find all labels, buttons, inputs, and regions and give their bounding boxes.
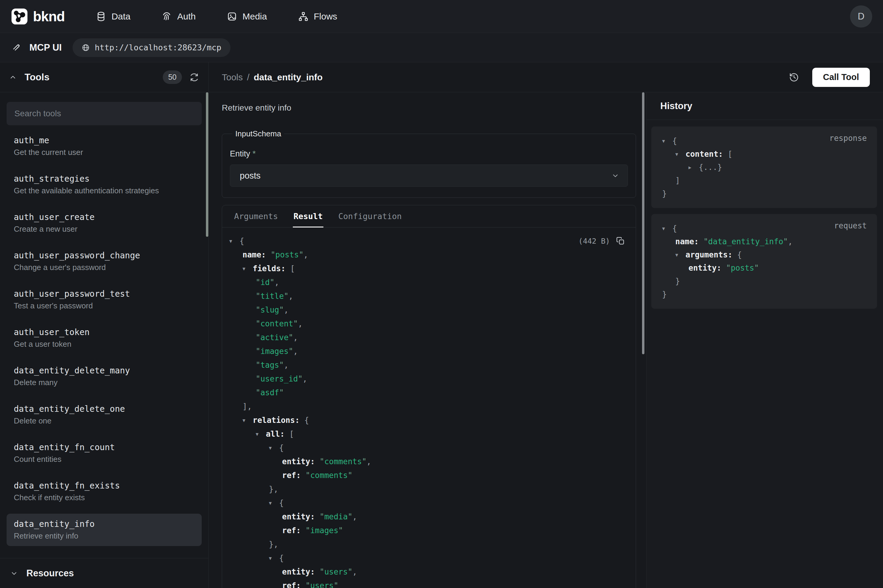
breadcrumb-section[interactable]: Tools bbox=[222, 72, 243, 82]
tool-description: Change a user's password bbox=[14, 263, 195, 272]
json-line: entity: "comments", bbox=[229, 454, 625, 468]
mcp-tag-icon bbox=[12, 43, 22, 52]
fingerprint-icon bbox=[162, 11, 172, 22]
expand-toggle-icon[interactable]: ▾ bbox=[256, 430, 266, 437]
image-icon bbox=[227, 11, 237, 22]
tool-name: data_entity_delete_one bbox=[14, 404, 195, 414]
expand-toggle-icon[interactable]: ▾ bbox=[229, 238, 240, 244]
tool-description: Count entities bbox=[14, 454, 195, 464]
json-line: entity: "posts" bbox=[662, 261, 866, 274]
sidebar-tool-data_entity_fn_exists[interactable]: data_entity_fn_existsCheck if entity exi… bbox=[7, 476, 202, 508]
tool-name: data_entity_delete_many bbox=[14, 366, 195, 375]
nav-item-media[interactable]: Media bbox=[227, 11, 267, 22]
sidebar-tool-auth_user_token[interactable]: auth_user_tokenGet a user token bbox=[7, 322, 202, 354]
refresh-icon[interactable] bbox=[189, 72, 199, 82]
tab-configuration[interactable]: Configuration bbox=[331, 205, 409, 227]
expand-toggle-icon[interactable]: ▾ bbox=[662, 138, 672, 144]
json-line: "content", bbox=[229, 317, 625, 331]
call-tool-button[interactable]: Call Tool bbox=[812, 68, 870, 87]
json-line: "users_id", bbox=[229, 372, 625, 386]
expand-toggle-icon[interactable]: ▾ bbox=[269, 555, 279, 561]
breadcrumb-current: data_entity_info bbox=[253, 72, 322, 82]
json-line: entity: "users", bbox=[229, 565, 625, 579]
history-icon[interactable] bbox=[789, 72, 799, 82]
tool-name: auth_user_password_change bbox=[14, 251, 195, 260]
json-line: ▾{ bbox=[229, 441, 625, 454]
json-line: name: "posts", bbox=[229, 248, 625, 262]
input-schema-fieldset: InputSchema Entity* posts bbox=[222, 129, 636, 198]
tools-list-panel: auth_meGet the current userauth_strategi… bbox=[0, 92, 208, 558]
tab-arguments[interactable]: Arguments bbox=[226, 205, 286, 227]
tool-description: Test a user's password bbox=[14, 301, 195, 310]
entity-select[interactable]: posts bbox=[230, 165, 628, 187]
sidebar-scrollbar[interactable] bbox=[206, 92, 208, 237]
tool-description: Get the available authentication strateg… bbox=[14, 186, 195, 195]
main-section: Tools / data_entity_info Call Tool Retri… bbox=[208, 62, 883, 588]
json-line: "id", bbox=[229, 275, 625, 289]
history-entry-response[interactable]: response▾{▾content: [▸{...}]} bbox=[651, 126, 877, 208]
sidebar-tool-auth_me[interactable]: auth_meGet the current user bbox=[7, 130, 202, 162]
tool-description: Get the current user bbox=[14, 148, 195, 157]
primary-nav: DataAuthMediaFlows bbox=[96, 11, 337, 22]
sidebar-tool-data_entity_delete_many[interactable]: data_entity_delete_manyDelete many bbox=[7, 360, 202, 393]
avatar[interactable]: D bbox=[850, 5, 872, 28]
tool-name: data_entity_fn_count bbox=[14, 442, 195, 452]
json-line: }, bbox=[229, 482, 625, 496]
history-header: History bbox=[646, 92, 883, 120]
sidebar-tool-auth_user_password_change[interactable]: auth_user_password_changeChange a user's… bbox=[7, 245, 202, 278]
breadcrumb-separator: / bbox=[247, 72, 249, 82]
history-entry-type-label: request bbox=[834, 221, 867, 230]
resources-section[interactable]: Resources bbox=[0, 558, 208, 588]
top-nav: bknd DataAuthMediaFlows D bbox=[0, 0, 883, 33]
required-mark: * bbox=[253, 149, 256, 158]
json-line: ▾all: [ bbox=[229, 427, 625, 441]
copy-icon[interactable] bbox=[616, 237, 625, 246]
sidebar-tool-auth_strategies[interactable]: auth_strategiesGet the available authent… bbox=[7, 168, 202, 201]
expand-toggle-icon[interactable]: ▾ bbox=[269, 444, 279, 451]
brand-name: bknd bbox=[33, 8, 65, 25]
expand-toggle-icon[interactable]: ▸ bbox=[688, 164, 699, 171]
expand-toggle-icon[interactable]: ▾ bbox=[243, 417, 253, 423]
history-entry-type-label: response bbox=[829, 134, 867, 142]
nav-item-label: Auth bbox=[177, 11, 196, 22]
tab-result[interactable]: Result bbox=[286, 205, 331, 227]
expand-toggle-icon[interactable]: ▾ bbox=[269, 500, 279, 506]
sidebar-tool-auth_user_create[interactable]: auth_user_createCreate a new user bbox=[7, 207, 202, 239]
tool-name: data_entity_info bbox=[14, 519, 195, 529]
tool-description: Get a user token bbox=[14, 339, 195, 348]
main-header: Tools / data_entity_info Call Tool bbox=[208, 62, 883, 92]
json-line: ▾{ bbox=[229, 234, 625, 248]
nav-item-data[interactable]: Data bbox=[96, 11, 130, 22]
sidebar-tool-data_entity_fn_count[interactable]: data_entity_fn_countCount entities bbox=[7, 437, 202, 470]
json-line: ▾{ bbox=[229, 551, 625, 565]
expand-toggle-icon[interactable]: ▾ bbox=[662, 225, 672, 232]
tool-description: Check if entity exists bbox=[14, 493, 195, 502]
tools-title: Tools bbox=[25, 72, 49, 83]
tool-name: auth_user_create bbox=[14, 213, 195, 222]
nav-item-label: Media bbox=[243, 11, 267, 22]
expand-toggle-icon[interactable]: ▾ bbox=[675, 151, 685, 158]
main-scrollbar[interactable] bbox=[642, 92, 645, 354]
json-line: name: "data_entity_info", bbox=[662, 235, 866, 248]
tool-name: data_entity_fn_exists bbox=[14, 481, 195, 490]
nav-item-auth[interactable]: Auth bbox=[162, 11, 196, 22]
tool-description: Retrieve entity info bbox=[222, 103, 636, 112]
json-line: "tags", bbox=[229, 358, 625, 372]
json-line: } bbox=[662, 274, 866, 288]
sidebar-tool-data_entity_delete_one[interactable]: data_entity_delete_oneDelete one bbox=[7, 399, 202, 431]
tools-header[interactable]: Tools 50 bbox=[0, 62, 208, 92]
expand-toggle-icon[interactable]: ▾ bbox=[243, 265, 253, 272]
json-line: }, bbox=[229, 537, 625, 551]
json-line: } bbox=[662, 187, 866, 200]
mcp-url-pill[interactable]: http://localhost:28623/mcp bbox=[72, 38, 231, 57]
sidebar-tool-data_entity_info[interactable]: data_entity_infoRetrieve entity info bbox=[7, 514, 202, 546]
tool-name: auth_user_token bbox=[14, 328, 195, 337]
expand-toggle-icon[interactable]: ▾ bbox=[675, 252, 685, 258]
sidebar-tool-auth_user_password_test[interactable]: auth_user_password_testTest a user's pas… bbox=[7, 284, 202, 316]
chevron-up-icon bbox=[9, 74, 17, 81]
search-input[interactable] bbox=[7, 102, 202, 125]
json-line: ▾relations: { bbox=[229, 413, 625, 427]
history-entry-request[interactable]: request▾{name: "data_entity_info",▾argum… bbox=[651, 214, 877, 309]
brand-logo[interactable]: bknd bbox=[11, 8, 65, 25]
nav-item-flows[interactable]: Flows bbox=[298, 11, 337, 22]
